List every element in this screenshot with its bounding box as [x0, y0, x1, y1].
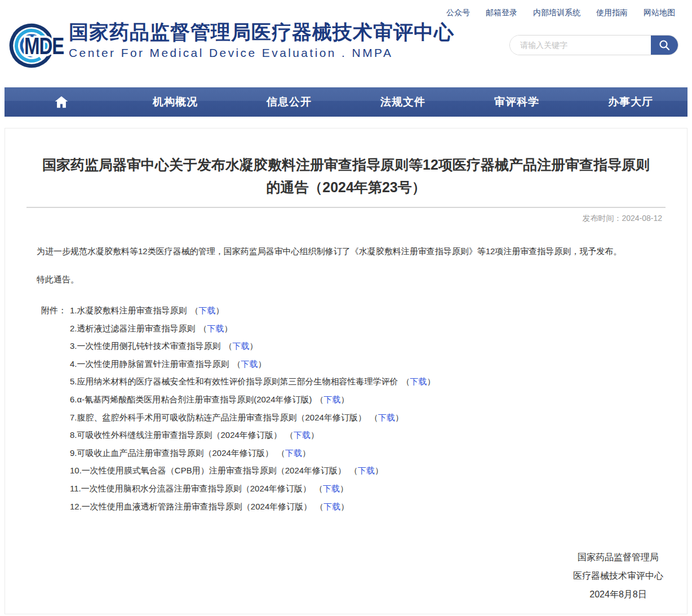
topbar-link[interactable]: 使用指南	[596, 8, 628, 18]
download-link[interactable]: 下载	[358, 466, 375, 475]
paren-close: ）	[258, 359, 267, 369]
attachment-text: 8.可吸收性外科缝线注册审查指导原则（2024年修订版）	[70, 430, 282, 440]
topbar-links: 公众号邮箱登录内部培训系统使用指南网站地图	[446, 8, 675, 18]
paren-close: ）	[250, 341, 258, 351]
article-title-line: 国家药监局器审中心关于发布水凝胶敷料注册审查指导原则等12项医疗器械产品注册审查…	[28, 153, 664, 176]
download-link[interactable]: 下载	[199, 305, 216, 315]
download-link[interactable]: 下载	[410, 376, 427, 386]
paren-close: ）	[216, 305, 224, 315]
paren-open: （	[285, 430, 294, 440]
nav-home[interactable]	[5, 87, 118, 117]
search-icon	[658, 39, 671, 51]
nav-item[interactable]: 机构概况	[118, 87, 232, 117]
attachment-text: 9.可吸收止血产品注册审查指导原则（2024年修订版）	[70, 448, 273, 458]
attachment-row: 12.一次性使用血液透析管路注册审查指导原则（2024年修订版）（下载）	[70, 498, 687, 516]
attachment-row: 2.透析液过滤器注册审查指导原则（下载）	[70, 320, 687, 338]
site-header: 公众号邮箱登录内部培训系统使用指南网站地图 MDE 国家药品监督管理局医疗器械技…	[0, 0, 692, 87]
attachment-text: 11.一次性使用脑积水分流器注册审查指导原则（2024年修订版）	[70, 484, 311, 493]
article-title: 国家药监局器审中心关于发布水凝胶敷料注册审查指导原则等12项医疗器械产品注册审查…	[5, 153, 687, 198]
paren-open: （	[349, 466, 358, 475]
paren-open: （	[402, 376, 410, 386]
attachment-row: 1.水凝胶敷料注册审查指导原则（下载）	[70, 302, 687, 320]
download-link[interactable]: 下载	[324, 395, 341, 404]
publish-date-label: 发布时间：	[582, 214, 622, 223]
attachment-text: 7.腹腔、盆腔外科手术用可吸收防粘连产品注册审查指导原则（2024年修订版）	[70, 413, 366, 422]
nav-item[interactable]: 审评科学	[460, 87, 574, 117]
attachment-text: 12.一次性使用血液透析管路注册审查指导原则（2024年修订版）	[70, 502, 312, 511]
signature-lines: 国家药品监督管理局医疗器械技术审评中心2024年8月8日	[573, 548, 663, 604]
paren-open: （	[277, 448, 285, 458]
attachment-list: 1.水凝胶敷料注册审查指导原则（下载）2.透析液过滤器注册审查指导原则（下载）3…	[70, 302, 687, 515]
attachment-row: 8.可吸收性外科缝线注册审查指导原则（2024年修订版）（下载）	[70, 426, 687, 444]
main-nav: 机构概况信息公开法规文件审评科学办事大厅	[5, 87, 687, 117]
download-link[interactable]: 下载	[233, 341, 250, 351]
article-paragraph: 特此通告。	[20, 271, 672, 288]
attachment-row: 6.α-氰基丙烯酸酯类医用粘合剂注册审查指导原则(2024年修订版)（下载）	[70, 391, 687, 409]
signature-block: 国家药品监督管理局医疗器械技术审评中心2024年8月8日	[5, 548, 663, 604]
paren-close: ）	[302, 448, 310, 458]
download-link[interactable]: 下载	[241, 359, 258, 369]
article-title-line: 的通告（2024年第23号）	[28, 176, 664, 198]
signature-line: 2024年8月8日	[573, 585, 663, 604]
search-button[interactable]	[651, 36, 678, 55]
paren-open: （	[316, 395, 324, 404]
attachment-text: 10.一次性使用膜式氧合器（CPB用）注册审查指导原则（2024年修订版）	[70, 466, 346, 475]
paren-close: ）	[375, 466, 383, 475]
attachment-row: 5.应用纳米材料的医疗器械安全性和有效性评价指导原则第三部分生物相容性毒理学评价…	[70, 373, 687, 391]
signature-line: 医疗器械技术审评中心	[573, 566, 663, 585]
download-link[interactable]: 下载	[378, 413, 395, 422]
attachment-text: 3.一次性使用侧孔钝针技术审查指导原则	[70, 341, 221, 351]
attachment-text: 1.水凝胶敷料注册审查指导原则	[70, 305, 187, 315]
article-paragraph: 为进一步规范水凝胶敷料等12类医疗器械的管理，国家药监局器审中心组织制修订了《水…	[20, 243, 672, 260]
paren-close: ）	[341, 395, 349, 404]
attachment-row: 10.一次性使用膜式氧合器（CPB用）注册审查指导原则（2024年修订版）（下载…	[70, 462, 687, 480]
attachment-row: 7.腹腔、盆腔外科手术用可吸收防粘连产品注册审查指导原则（2024年修订版）（下…	[70, 409, 687, 427]
paren-open: （	[199, 323, 207, 333]
paren-close: ）	[395, 413, 403, 422]
site-logo[interactable]: MDE 国家药品监督管理局医疗器械技术审评中心 Center For Medic…	[9, 21, 454, 70]
attachments-label: 附件：	[41, 302, 66, 515]
topbar-link[interactable]: 网站地图	[644, 8, 675, 18]
search-input[interactable]	[510, 36, 651, 55]
publish-date-value: 2024-08-12	[622, 214, 662, 223]
title-divider	[26, 207, 666, 208]
publish-date: 发布时间：2024-08-12	[5, 214, 662, 224]
site-subtitle: Center For Medical Device Evaluation . N…	[69, 46, 454, 60]
download-link[interactable]: 下载	[323, 484, 340, 493]
signature-line: 国家药品监督管理局	[573, 548, 663, 566]
paren-open: （	[370, 413, 378, 422]
nav-item[interactable]: 信息公开	[232, 87, 346, 117]
download-link[interactable]: 下载	[207, 323, 224, 333]
site-title: 国家药品监督管理局医疗器械技术审评中心	[69, 21, 454, 44]
attachment-row: 4.一次性使用静脉留置针注册审查指导原则（下载）	[70, 355, 687, 373]
home-icon	[54, 95, 69, 109]
paren-open: （	[224, 341, 233, 351]
nav-item[interactable]: 办事大厅	[574, 87, 687, 117]
attachment-row: 11.一次性使用脑积水分流器注册审查指导原则（2024年修订版）（下载）	[70, 480, 687, 498]
topbar-link[interactable]: 邮箱登录	[486, 8, 517, 18]
nav-item[interactable]: 法规文件	[346, 87, 460, 117]
paren-close: ）	[310, 430, 319, 440]
cmde-logo-icon: MDE	[9, 21, 65, 70]
paren-close: ）	[427, 376, 436, 386]
topbar-link[interactable]: 公众号	[446, 8, 470, 18]
paren-close: ）	[224, 323, 233, 333]
attachment-row: 9.可吸收止血产品注册审查指导原则（2024年修订版）（下载）	[70, 444, 687, 462]
search-bar	[509, 35, 678, 55]
download-link[interactable]: 下载	[323, 502, 340, 511]
download-link[interactable]: 下载	[285, 448, 302, 458]
attachment-text: 2.透析液过滤器注册审查指导原则	[70, 323, 196, 333]
paren-open: （	[315, 502, 323, 511]
attachment-text: 4.一次性使用静脉留置针注册审查指导原则	[70, 359, 229, 369]
logo-mde-text: MDE	[24, 32, 64, 59]
paren-open: （	[314, 484, 323, 493]
attachment-row: 3.一次性使用侧孔钝针技术审查指导原则（下载）	[70, 337, 687, 355]
paren-close: ）	[340, 484, 348, 493]
attachments: 附件： 1.水凝胶敷料注册审查指导原则（下载）2.透析液过滤器注册审查指导原则（…	[5, 302, 687, 515]
topbar-link[interactable]: 内部培训系统	[533, 8, 580, 18]
attachment-text: 6.α-氰基丙烯酸酯类医用粘合剂注册审查指导原则(2024年修订版)	[70, 395, 312, 404]
download-link[interactable]: 下载	[294, 430, 310, 440]
paren-open: （	[190, 305, 199, 315]
attachment-text: 5.应用纳米材料的医疗器械安全性和有效性评价指导原则第三部分生物相容性毒理学评价	[70, 376, 398, 386]
page: 公众号邮箱登录内部培训系统使用指南网站地图 MDE 国家药品监督管理局医疗器械技…	[0, 0, 692, 616]
